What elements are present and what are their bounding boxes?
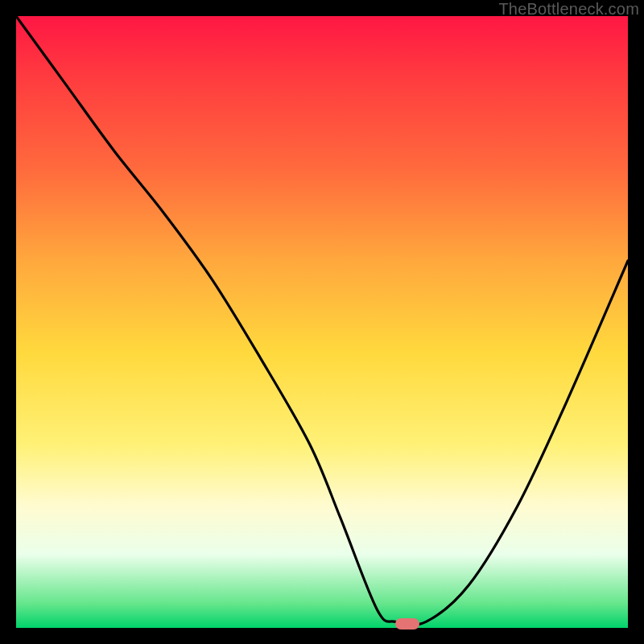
bottleneck-curve xyxy=(16,16,628,628)
optimum-marker xyxy=(395,618,419,630)
watermark-text: TheBottleneck.com xyxy=(498,0,639,19)
chart-frame: TheBottleneck.com xyxy=(0,0,644,644)
curve-path xyxy=(16,16,628,625)
plot-area xyxy=(16,16,628,628)
